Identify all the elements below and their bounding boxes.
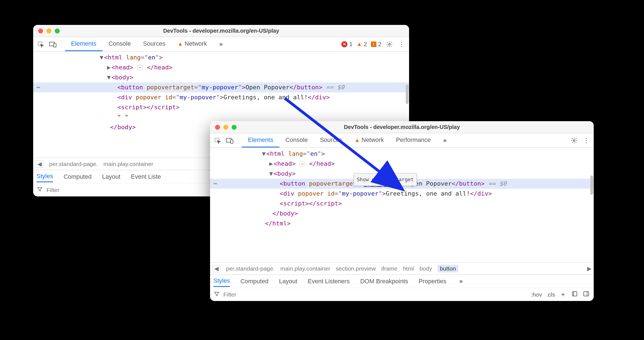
- selection-dots-icon: ⋯: [213, 179, 218, 189]
- issue-count[interactable]: !2: [371, 41, 381, 48]
- tab-sources[interactable]: Sources: [314, 133, 348, 147]
- crumb-scroll-left-icon[interactable]: ◀: [212, 265, 221, 272]
- selection-dots-icon: ⋯: [36, 82, 41, 92]
- dom-node-text[interactable]: " ": [33, 112, 409, 122]
- settings-icon[interactable]: [385, 40, 394, 48]
- dom-node-head[interactable]: ▶<head> ⋯ </head>: [210, 159, 594, 169]
- main-toolbar: Elements Console Sources ▲Network Perfor…: [210, 133, 594, 148]
- crumb-segment[interactable]: main.play.container: [280, 265, 330, 272]
- issue-icon: !: [371, 41, 376, 47]
- new-style-rule-icon[interactable]: +: [559, 290, 567, 299]
- dom-node-html[interactable]: ▼<html lang="en">: [210, 149, 594, 159]
- tab-performance[interactable]: Performance: [390, 133, 437, 147]
- more-tabs-icon[interactable]: »: [217, 40, 225, 48]
- dom-node-script[interactable]: <script></script>: [210, 199, 594, 209]
- filter-input[interactable]: [46, 186, 101, 194]
- ellipsis-icon[interactable]: ⋯: [137, 65, 143, 70]
- crumb-segment[interactable]: body: [420, 265, 432, 272]
- subtab-layout[interactable]: Layout: [102, 173, 120, 180]
- kebab-menu-icon[interactable]: ⋮: [397, 40, 406, 48]
- crumb-segment[interactable]: main.play.container: [103, 161, 153, 167]
- tab-elements[interactable]: Elements: [242, 133, 279, 147]
- cls-toggle[interactable]: .cls: [546, 291, 555, 298]
- devtools-window-2: DevTools - developer.mozilla.org/en-US/p…: [210, 121, 594, 301]
- dom-node-div[interactable]: <div popover id="my-popover">Greetings, …: [210, 189, 594, 199]
- dom-node-div[interactable]: <div popover id="my-popover">Greetings, …: [33, 92, 409, 102]
- svg-rect-2: [54, 43, 56, 47]
- dom-node-body-close[interactable]: </body>: [210, 209, 594, 219]
- crumb-segment-selected[interactable]: button: [438, 265, 458, 272]
- crumb-segment[interactable]: html: [403, 265, 414, 272]
- close-icon[interactable]: [215, 125, 220, 130]
- device-toggle-icon[interactable]: [226, 136, 234, 145]
- toggle-sidebar-icon[interactable]: [583, 291, 590, 298]
- zoom-icon[interactable]: [232, 125, 237, 130]
- filter-icon: [214, 291, 219, 298]
- tab-network[interactable]: ▲Network: [348, 133, 390, 147]
- window-title: DevTools - developer.mozilla.org/en-US/p…: [210, 124, 594, 130]
- computed-styles-icon[interactable]: [571, 291, 578, 298]
- more-subtabs-icon[interactable]: »: [457, 277, 465, 286]
- tab-console[interactable]: Console: [103, 37, 137, 51]
- dom-node-html[interactable]: ▼<html lang="en">: [33, 53, 409, 63]
- more-tabs-icon[interactable]: »: [441, 136, 449, 145]
- ellipsis-icon[interactable]: ⋯: [299, 161, 305, 167]
- inspect-icon[interactable]: [36, 40, 45, 48]
- subtab-event-listeners[interactable]: Event Listeners: [308, 278, 350, 285]
- subtab-styles[interactable]: Styles: [213, 277, 230, 287]
- crumb-segment[interactable]: section.preview: [336, 265, 376, 272]
- hov-toggle[interactable]: :hov: [531, 291, 542, 298]
- kebab-menu-icon[interactable]: ⋮: [582, 136, 590, 145]
- scrollbar-thumb[interactable]: [406, 85, 409, 104]
- tab-console[interactable]: Console: [279, 133, 314, 147]
- panel-tabs: Elements Console Sources ▲Network: [65, 37, 213, 51]
- panel-tabs: Elements Console Sources ▲Network Perfor…: [242, 133, 437, 147]
- tab-elements[interactable]: Elements: [65, 37, 103, 51]
- subtab-styles[interactable]: Styles: [36, 173, 53, 182]
- inspect-icon[interactable]: [213, 136, 222, 145]
- subtab-event-listeners[interactable]: Event Liste: [131, 173, 161, 180]
- window-title: DevTools - developer.mozilla.org/en-US/p…: [33, 28, 409, 34]
- dom-node-script[interactable]: <script></script>: [33, 102, 409, 112]
- tab-network[interactable]: ▲Network: [171, 37, 213, 51]
- subtab-dom-breakpoints[interactable]: DOM Breakpoints: [360, 278, 408, 285]
- subtab-computed[interactable]: Computed: [240, 278, 269, 285]
- subtab-properties[interactable]: Properties: [419, 278, 446, 285]
- warning-count[interactable]: ▲2: [357, 41, 367, 48]
- minimize-icon[interactable]: [46, 28, 51, 33]
- dom-tree[interactable]: ▼<html lang="en"> ▶<head> ⋯ </head> ▼<bo…: [210, 148, 594, 262]
- settings-icon[interactable]: [570, 136, 578, 145]
- svg-point-7: [573, 140, 575, 141]
- warning-icon: ▲: [357, 41, 362, 47]
- dom-node-body[interactable]: ▼<body>: [33, 72, 409, 82]
- breadcrumb[interactable]: ◀ per.standard-page. main.play.container…: [210, 262, 594, 274]
- scrollbar-thumb[interactable]: [590, 175, 593, 195]
- crumb-scroll-left-icon[interactable]: ◀: [35, 160, 44, 168]
- crumb-scroll-right-icon[interactable]: ▶: [587, 265, 591, 272]
- crumb-segment[interactable]: per.standard-page.: [49, 161, 98, 167]
- tab-sources[interactable]: Sources: [137, 37, 171, 51]
- svg-rect-8: [572, 292, 577, 296]
- titlebar: DevTools - developer.mozilla.org/en-US/p…: [210, 121, 594, 133]
- tooltip: Show popover target: [354, 173, 417, 186]
- error-count[interactable]: ✕1: [341, 41, 352, 48]
- subtab-layout[interactable]: Layout: [279, 278, 297, 285]
- dom-node-head[interactable]: ▶<head> ⋯ </head>: [33, 63, 409, 72]
- dom-node-button[interactable]: ⋯ <button popovertarget="my-popover">Ope…: [33, 82, 409, 92]
- dom-node-html-close[interactable]: </html>: [210, 219, 594, 229]
- svg-rect-9: [584, 292, 589, 296]
- window-controls: [210, 125, 237, 130]
- crumb-segment[interactable]: per.standard-page.: [226, 265, 275, 272]
- titlebar: DevTools - developer.mozilla.org/en-US/p…: [33, 25, 409, 37]
- crumb-segment[interactable]: iframe: [381, 265, 397, 272]
- subtab-computed[interactable]: Computed: [64, 173, 92, 180]
- issue-counts[interactable]: ✕1 ▲2 !2: [341, 41, 381, 48]
- device-toggle-icon[interactable]: [49, 40, 57, 48]
- minimize-icon[interactable]: [223, 125, 228, 130]
- styles-tabs: Styles Computed Layout Event Listeners D…: [210, 274, 594, 288]
- zoom-icon[interactable]: [55, 28, 60, 33]
- close-icon[interactable]: [38, 28, 43, 33]
- svg-point-3: [389, 43, 390, 45]
- svg-rect-6: [231, 140, 233, 143]
- filter-input[interactable]: [223, 291, 278, 298]
